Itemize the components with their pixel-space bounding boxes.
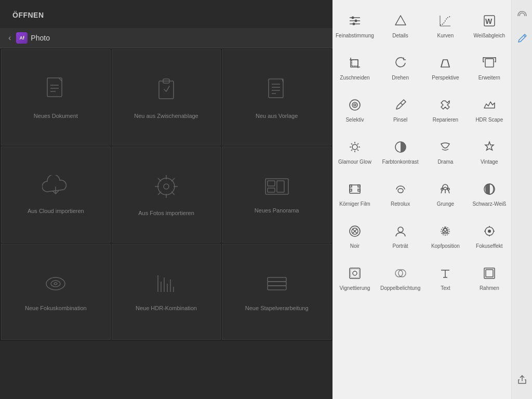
svg-rect-75 [358,189,360,191]
svg-line-21 [171,192,175,195]
svg-line-22 [171,178,175,181]
svg-line-68 [357,143,358,144]
grid-cell-panorama[interactable]: Neues Panorama [222,147,331,243]
tool-label: Rahmen [480,285,499,291]
svg-line-23 [158,192,161,195]
tool-label: Schwarz-Weiß [472,201,506,207]
tool-kurven[interactable]: Kurven [424,5,466,45]
rainbow-icon[interactable] [515,6,529,21]
tool-kopfposition[interactable]: Kopfposition [424,216,466,256]
tool-selektiv[interactable]: Selektiv [334,89,376,129]
expand-icon [480,54,499,72]
cloud-icon [42,175,69,203]
vignette-icon [345,264,364,283]
tool-fokuseffekt[interactable]: Fokuseffekt [469,216,510,256]
tool-zuschneiden[interactable]: Zuschneiden [334,47,376,87]
grid-cell-hdr[interactable]: Neue HDR-Kombination [112,244,221,340]
svg-point-58 [352,102,357,108]
grid-cell-photos[interactable]: Aus Fotos importieren [112,147,221,243]
tool-label: Kopfposition [431,243,460,249]
tool-label: Farbtonkontrast [382,158,419,165]
svg-rect-0 [47,78,62,97]
svg-rect-25 [268,181,275,186]
grid-cell-label: Neue Stapelverarbeitung [240,305,314,311]
tool-vintage[interactable]: Vintage [469,131,510,171]
tool-schwarzweiss[interactable]: Schwarz-Weiß [469,174,510,214]
tool-feinabstimmung[interactable]: Feinabstimmung [334,5,376,45]
svg-point-44 [354,20,357,22]
grunge-icon [436,180,455,198]
curves-icon [436,11,455,30]
grid-cell-stack[interactable]: Neue Stapelverarbeitung [222,244,331,340]
tool-portraet[interactable]: Porträt [378,216,422,256]
tool-drehen[interactable]: Drehen [378,47,422,87]
pencil-icon[interactable] [515,31,529,46]
tool-label: Selektiv [345,116,364,123]
grid-cell-label: Aus Fotos importieren [133,210,200,216]
text-icon [436,264,455,283]
tool-glamour[interactable]: Glamour Glow [334,131,376,171]
hdr-icon [153,272,180,300]
tool-grunge[interactable]: Grunge [424,174,466,214]
selective-icon [345,96,364,114]
tool-farbtonkontrast[interactable]: Farbtonkontrast [378,131,422,171]
affinity-logo: Af [16,32,28,44]
grid-cell-focus[interactable]: Neue Fokuskombination [1,244,111,340]
svg-line-53 [441,60,443,67]
grid-cell-label: Neu aus Vorlage [250,113,303,119]
svg-point-102 [353,271,357,275]
tool-label: Vintage [481,158,498,165]
retrolux-icon [391,180,410,198]
affinity-header: ‹ Af Photo [0,28,332,48]
vintage-icon [480,138,499,156]
back-button[interactable]: ‹ [8,33,11,43]
svg-rect-5 [159,81,174,99]
page-title: ÖFFNEN [12,11,44,19]
svg-rect-101 [351,269,359,277]
tool-label: Weißabgleich [474,32,505,39]
tool-doppelbelichtung[interactable]: Doppelbelichtung [378,258,422,298]
svg-line-69 [351,150,352,151]
tool-label: Glamour Glow [338,158,371,165]
svg-rect-26 [277,181,284,192]
grid-cell-new-doc[interactable]: Neues Dokument [1,49,111,145]
document-icon [43,76,68,108]
grid-cell-clipboard[interactable]: Neu aus Zwischenablage [112,49,221,145]
side-strip [511,0,532,399]
tool-details[interactable]: Details [378,5,422,45]
tool-perspektive[interactable]: Perspektive [424,47,466,87]
tool-reparieren[interactable]: Reparieren [424,89,466,129]
svg-point-28 [46,277,65,290]
grid-cell-cloud[interactable]: Aus Cloud importieren [1,147,111,243]
grid-cell-template[interactable]: Neu aus Vorlage [222,49,331,145]
tool-label: Noir [350,243,360,249]
tool-rahmen[interactable]: Rahmen [469,258,510,298]
svg-line-67 [357,150,358,151]
repair-icon [436,96,455,114]
tool-hdrscape[interactable]: HDR Scape [469,89,510,129]
grain-icon [345,180,364,198]
tool-label: Text [441,285,450,291]
tool-label: Drehen [392,74,409,81]
tool-label: Körniger Film [339,201,370,207]
svg-rect-27 [268,188,275,192]
tool-erweitern[interactable]: Erweitern [469,47,510,87]
tool-weissabgleich[interactable]: W Weißabgleich [469,5,510,45]
tool-noir[interactable]: Noir [334,216,376,256]
tool-grain[interactable]: Körniger Film [334,174,376,214]
svg-rect-100 [350,268,360,278]
share-icon[interactable] [515,372,529,387]
svg-point-59 [354,104,356,106]
tool-retrolux[interactable]: Retrolux [378,174,422,214]
headpos-icon [436,222,455,241]
tool-drama[interactable]: Drama [424,131,466,171]
tool-pinsel[interactable]: Pinsel [378,89,422,129]
tool-vignettierung[interactable]: Vignettierung [334,258,376,298]
svg-point-43 [351,17,354,19]
tool-text[interactable]: Text [424,258,466,298]
tool-label: Pinsel [393,116,407,123]
frame-icon [480,264,499,283]
svg-line-20 [158,178,161,181]
tool-label: Perspektive [432,74,459,81]
svg-point-99 [488,230,491,233]
